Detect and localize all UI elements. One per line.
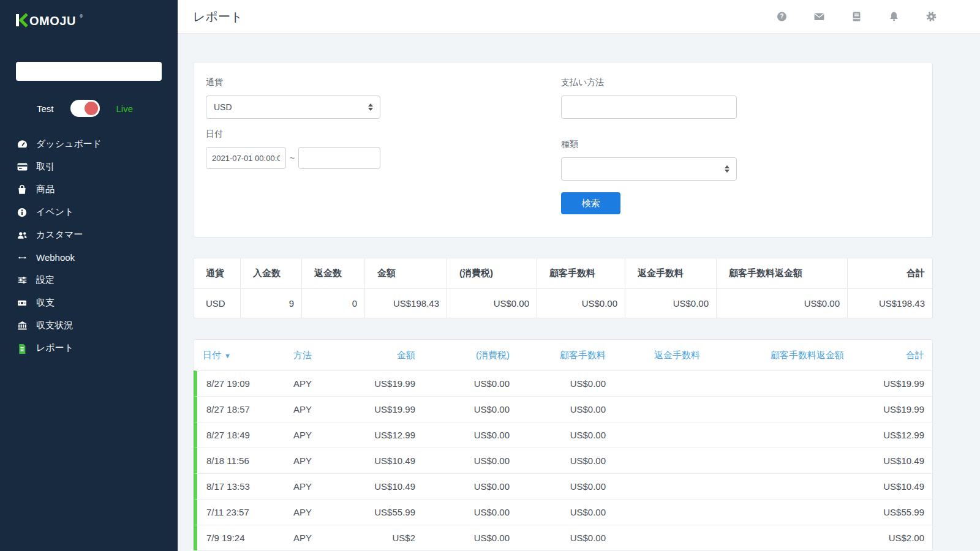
report-cell: US$0.00 [423,499,518,525]
type-select[interactable] [561,157,737,181]
sidebar: OMOJU ® Test Live ダッシュボード 取引 商品 [0,0,178,551]
column-header-refund-fee[interactable]: 返金手数料 [614,340,708,370]
report-cell: US$0.00 [518,499,614,525]
column-header-customer-fee[interactable]: 顧客手数料 [518,340,614,370]
webhook-icon [16,252,28,263]
report-row[interactable]: 8/27 18:57APYUS$19.99US$0.00US$0.00US$19… [194,396,932,422]
bell-icon[interactable] [888,10,900,23]
report-cell [708,422,852,448]
sidebar-search-input[interactable] [16,62,162,81]
sidebar-item-products[interactable]: 商品 [0,178,177,201]
summary-table: 通貨 入金数 返金数 金額 (消費税) 顧客手数料 返金手数料 顧客手数料返金額… [193,258,933,318]
sidebar-item-dashboard[interactable]: ダッシュボード [0,133,177,156]
report-cell [614,396,708,422]
report-cell [614,525,708,550]
sidebar-item-transactions[interactable]: 取引 [0,156,177,178]
report-cell [708,448,852,473]
summary-header-total: 合計 [847,258,932,289]
report-row[interactable]: 8/27 18:49APYUS$12.99US$0.00US$0.00US$12… [194,422,932,448]
report-cell [614,422,708,448]
payment-method-input[interactable] [561,96,737,119]
report-cell: US$0.00 [423,473,518,499]
search-button[interactable]: 検索 [561,192,620,214]
sidebar-item-balance[interactable]: 収支状況 [0,314,177,337]
currency-label: 通貨 [206,77,380,88]
sidebar-item-customers[interactable]: カスタマー [0,223,177,246]
date-from-input[interactable] [206,147,286,169]
report-cell: US$19.99 [355,396,423,422]
help-icon[interactable]: ? [776,10,788,23]
report-row[interactable]: 8/18 11:56APYUS$10.49US$0.00US$0.00US$10… [194,448,932,473]
currency-select[interactable]: USD [206,96,380,119]
sidebar-item-reports[interactable]: レポート [0,337,177,359]
report-cell: US$10.49 [852,473,932,499]
report-table: 日付▼ 方法 金額 (消費税) 顧客手数料 返金手数料 顧客手数料返金額 合計 … [193,339,933,551]
svg-text:?: ? [780,13,783,20]
test-live-toggle[interactable] [70,100,100,117]
report-cell: US$0.00 [518,422,614,448]
report-row[interactable]: 7/11 23:57APYUS$55.99US$0.00US$0.00US$55… [194,499,932,525]
test-live-toggle-row: Test Live [37,100,177,117]
report-cell: APY [284,396,355,422]
date-label: 日付 [206,129,380,140]
sidebar-item-settings[interactable]: 設定 [0,269,177,291]
report-cell: US$55.99 [355,499,423,525]
transactions-icon [16,161,28,173]
mail-icon[interactable] [813,10,825,23]
report-cell: APY [284,370,355,396]
date-to-input[interactable] [298,147,380,169]
column-header-amount[interactable]: 金額 [355,340,423,370]
content-area: 通貨 USD 日付 ~ 支払い方法 種類 [178,34,980,551]
report-cell: APY [284,499,355,525]
sidebar-item-events[interactable]: イベント [0,201,177,223]
report-cell: 7/11 23:57 [194,499,284,525]
summary-header-customer-fee: 顧客手数料 [537,258,625,289]
summary-header-currency: 通貨 [194,258,240,289]
report-cell: 8/27 18:49 [194,422,284,448]
report-cell: US$2 [355,525,423,550]
date-range-separator: ~ [290,153,295,163]
report-row[interactable]: 8/27 19:09APYUS$19.99US$0.00US$0.00US$19… [194,370,932,396]
column-header-customer-fee-refund[interactable]: 顧客手数料返金額 [708,340,852,370]
report-cell: US$0.00 [423,370,518,396]
report-cell: US$12.99 [852,422,932,448]
report-cell: US$0.00 [518,525,614,550]
report-cell [614,473,708,499]
payouts-icon [16,297,28,309]
report-cell: US$19.99 [852,396,932,422]
komoju-logo: OMOJU ® [0,0,177,31]
payment-method-label: 支払い方法 [561,77,737,88]
sidebar-item-webhook[interactable]: Webhook [0,246,177,269]
report-cell: US$0.00 [518,396,614,422]
summary-amount: US$198.43 [364,289,447,318]
toggle-knob [85,102,98,115]
report-cell: 8/18 11:56 [194,448,284,473]
currency-select-value: USD [214,102,232,112]
column-header-method[interactable]: 方法 [284,340,355,370]
report-cell: APY [284,473,355,499]
report-cell: US$0.00 [423,396,518,422]
test-label: Test [37,103,54,114]
news-icon[interactable] [851,10,862,23]
report-cell [614,448,708,473]
column-header-tax[interactable]: (消費税) [423,340,518,370]
report-cell [614,499,708,525]
report-cell [614,370,708,396]
column-header-date[interactable]: 日付▼ [194,340,284,370]
report-cell: APY [284,448,355,473]
column-header-total[interactable]: 合計 [852,340,932,370]
summary-header-refunds-count: 返金数 [301,258,364,289]
top-bar: レポート ? [178,0,980,34]
report-cell: US$19.99 [852,370,932,396]
summary-row: USD 9 0 US$198.43 US$0.00 US$0.00 US$0.0… [194,289,932,318]
gear-icon[interactable] [925,10,937,23]
summary-customer-fee: US$0.00 [537,289,625,318]
report-cell: US$10.49 [355,473,423,499]
report-row[interactable]: 8/17 13:53APYUS$10.49US$0.00US$0.00US$10… [194,473,932,499]
report-row[interactable]: 7/9 19:24APYUS$2US$0.00US$0.00US$2.00 [194,525,932,550]
type-label: 種類 [561,139,737,150]
sidebar-item-payouts[interactable]: 収支 [0,291,177,314]
balance-icon [16,320,28,331]
report-cell [708,499,852,525]
summary-total: US$198.43 [847,289,932,318]
